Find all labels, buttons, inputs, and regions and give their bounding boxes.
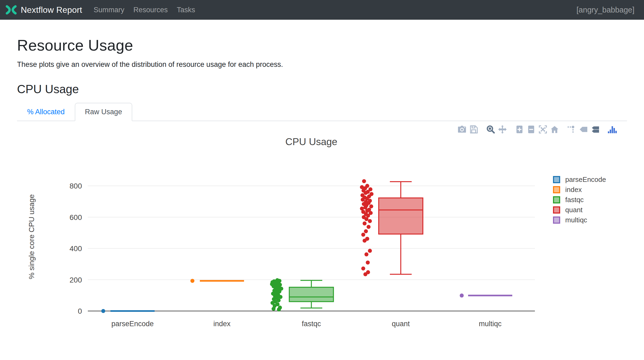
navbar: Nextflow Report Summary Resources Tasks … <box>0 0 644 20</box>
page-subtitle: These plots give an overview of the dist… <box>17 60 627 69</box>
nav-link-summary[interactable]: Summary <box>89 6 129 14</box>
svg-text:200: 200 <box>69 276 82 284</box>
nav-link-tasks[interactable]: Tasks <box>172 6 200 14</box>
autoscale-icon[interactable] <box>537 124 549 135</box>
svg-text:parseEncode: parseEncode <box>111 320 154 328</box>
legend-item-fastqc[interactable]: fastqc <box>553 195 606 205</box>
svg-text:CPU Usage: CPU Usage <box>285 136 337 147</box>
legend-item-quant[interactable]: quant <box>553 205 606 215</box>
svg-text:quant: quant <box>392 320 410 328</box>
chart-legend: parseEncodeindexfastqcquantmultiqc <box>553 174 606 225</box>
hover-closest-icon[interactable] <box>577 124 589 135</box>
save-icon[interactable] <box>468 124 480 135</box>
zoom-icon[interactable] <box>485 124 497 135</box>
legend-label: index <box>565 186 582 194</box>
cpu-usage-plot-canvas[interactable]: 0200400600800CPU Usage% single core CPU … <box>0 121 644 351</box>
pan-icon[interactable] <box>497 124 508 135</box>
legend-label: quant <box>565 206 583 214</box>
nav-link-resources[interactable]: Resources <box>129 6 172 14</box>
svg-text:index: index <box>213 320 231 328</box>
cpu-usage-chart: 0200400600800CPU Usage% single core CPU … <box>0 121 644 351</box>
svg-text:fastqc: fastqc <box>302 320 321 328</box>
cpu-usage-heading: CPU Usage <box>17 83 627 96</box>
legend-swatch-icon <box>553 176 560 183</box>
legend-swatch-icon <box>553 216 560 224</box>
legend-swatch-icon <box>553 196 560 203</box>
cpu-usage-tabs: % Allocated Raw Usage <box>17 103 627 121</box>
legend-item-multiqc[interactable]: multiqc <box>553 215 606 225</box>
legend-item-parseEncode[interactable]: parseEncode <box>553 174 606 185</box>
legend-label: fastqc <box>565 196 584 204</box>
session-name: [angry_babbage] <box>576 6 634 14</box>
plotly-modebar <box>451 124 618 135</box>
legend-label: parseEncode <box>565 175 606 184</box>
spikelines-icon[interactable] <box>566 124 577 135</box>
svg-text:600: 600 <box>69 213 82 222</box>
hover-compare-icon[interactable] <box>589 124 601 135</box>
legend-swatch-icon <box>553 186 560 193</box>
camera-icon[interactable] <box>456 124 468 135</box>
plotly-logo-icon[interactable] <box>606 124 618 135</box>
brand-title: Nextflow Report <box>21 5 82 15</box>
legend-label: multiqc <box>565 216 587 224</box>
tab-percent-allocated[interactable]: % Allocated <box>17 103 75 121</box>
page-title: Resource Usage <box>17 36 627 54</box>
nav-links: Summary Resources Tasks <box>89 6 200 14</box>
svg-text:multiqc: multiqc <box>479 320 502 328</box>
home-icon[interactable] <box>549 124 560 135</box>
legend-swatch-icon <box>553 206 560 214</box>
tab-raw-usage[interactable]: Raw Usage <box>75 103 132 121</box>
svg-text:400: 400 <box>69 244 82 253</box>
legend-item-index[interactable]: index <box>553 185 606 195</box>
svg-text:0: 0 <box>78 307 82 315</box>
svg-text:% single core CPU usage: % single core CPU usage <box>27 194 36 279</box>
nextflow-logo-icon <box>5 5 17 15</box>
zoom-out-icon[interactable] <box>525 124 537 135</box>
zoom-in-icon[interactable] <box>514 124 525 135</box>
svg-text:800: 800 <box>69 182 82 190</box>
